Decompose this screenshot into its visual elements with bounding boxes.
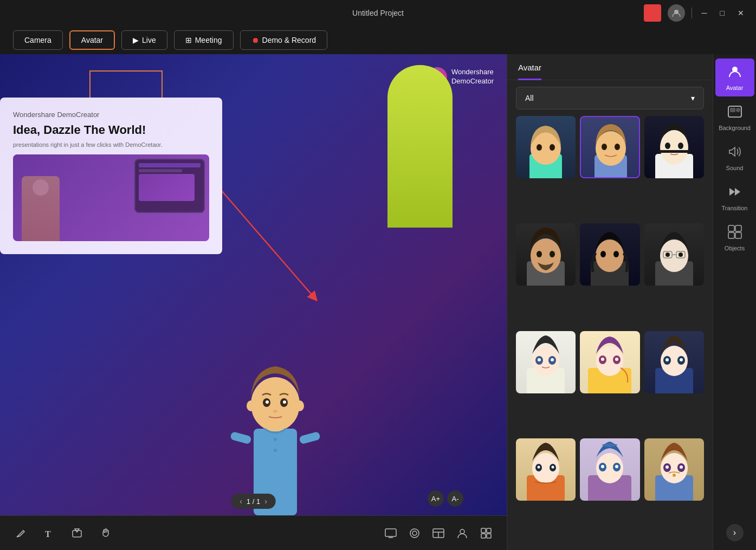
svg-point-82 bbox=[552, 465, 554, 468]
avatar-card-6[interactable] bbox=[644, 223, 704, 286]
close-button[interactable]: ✕ bbox=[734, 8, 747, 18]
avatar-card-4[interactable] bbox=[516, 223, 576, 286]
pagination: ‹ 1 / 1 › bbox=[231, 494, 276, 509]
avatar-panel-tab[interactable]: Avatar bbox=[518, 63, 541, 80]
slide-bg-gradient bbox=[13, 154, 209, 241]
wondershare-brand-text: Wondershare DemoCreator bbox=[451, 68, 494, 86]
objects-sidebar-icon bbox=[727, 224, 742, 243]
svg-rect-102 bbox=[728, 225, 734, 231]
sidebar-item-transition[interactable]: Transition bbox=[715, 179, 754, 217]
hand-tool-button[interactable] bbox=[95, 523, 115, 543]
svg-point-49 bbox=[600, 251, 606, 257]
avatar-card-12[interactable] bbox=[644, 438, 704, 501]
minimize-button[interactable]: ─ bbox=[699, 8, 710, 18]
avatar-svg bbox=[221, 320, 329, 515]
svg-point-11 bbox=[295, 400, 304, 411]
avatar-figure-4 bbox=[516, 223, 576, 286]
svg-point-95 bbox=[673, 474, 676, 477]
slide-content: Wondershare DemoCreator Idea, Dazzle The… bbox=[0, 98, 222, 254]
svg-point-41 bbox=[678, 143, 683, 149]
svg-rect-98 bbox=[730, 108, 735, 112]
avatar-card-1[interactable] bbox=[516, 116, 576, 178]
slide-title: Idea, Dazzle The World! bbox=[13, 123, 209, 137]
prev-page-button[interactable]: ‹ bbox=[240, 497, 242, 506]
layout-button[interactable] bbox=[429, 523, 448, 543]
svg-rect-103 bbox=[735, 225, 741, 231]
user-avatar[interactable] bbox=[668, 4, 685, 22]
svg-point-8 bbox=[283, 400, 286, 404]
meeting-tab[interactable]: ⊞ Meeting bbox=[174, 30, 234, 50]
svg-point-75 bbox=[665, 358, 669, 361]
font-decrease-button[interactable]: A- bbox=[447, 490, 463, 507]
canvas-preview[interactable]: Wondershare DemoCreator Idea, Dazzle The… bbox=[0, 54, 507, 515]
svg-point-25 bbox=[460, 529, 464, 534]
avatar-card-7[interactable] bbox=[516, 331, 576, 393]
avatar-card-3[interactable] bbox=[644, 116, 704, 178]
toolbar-right bbox=[381, 523, 496, 543]
svg-point-57 bbox=[679, 253, 683, 257]
svg-point-46 bbox=[550, 251, 555, 257]
avatar-figure-6 bbox=[644, 223, 704, 286]
sidebar-item-background[interactable]: Background bbox=[715, 99, 754, 137]
avatar-figure-11 bbox=[580, 438, 639, 501]
svg-point-81 bbox=[538, 465, 540, 468]
avatar-card-10[interactable] bbox=[516, 438, 576, 501]
transition-sidebar-icon bbox=[727, 184, 742, 203]
svg-point-94 bbox=[680, 465, 683, 469]
avatar-tab[interactable]: Avatar bbox=[69, 30, 115, 50]
svg-text:T: T bbox=[45, 529, 51, 539]
svg-rect-12 bbox=[230, 431, 252, 444]
svg-point-56 bbox=[665, 253, 670, 257]
svg-point-50 bbox=[613, 251, 619, 257]
font-increase-button[interactable]: A+ bbox=[428, 490, 444, 507]
svg-rect-18 bbox=[385, 529, 396, 536]
svg-point-14 bbox=[274, 438, 277, 441]
sidebar-item-avatar[interactable]: Avatar bbox=[715, 59, 754, 96]
demo-record-tab[interactable]: ⏺ Demo & Record bbox=[240, 30, 328, 50]
svg-rect-42 bbox=[658, 150, 690, 153]
avatar-filter-label: All bbox=[525, 94, 534, 102]
live-tab[interactable]: ▶ Live bbox=[121, 30, 167, 50]
main-content: Wondershare DemoCreator Idea, Dazzle The… bbox=[0, 54, 756, 550]
page-indicator: 1 / 1 bbox=[247, 497, 260, 506]
sidebar-item-objects[interactable]: Objects bbox=[715, 219, 754, 257]
avatar-filter-dropdown[interactable]: All ▾ bbox=[516, 87, 704, 109]
avatar-figure-9 bbox=[644, 331, 704, 393]
avatar-figure-8 bbox=[580, 331, 639, 393]
shape-tool-button[interactable] bbox=[67, 523, 87, 543]
font-size-controls: A+ A- bbox=[428, 490, 463, 507]
titlebar-title: Untitled Project bbox=[352, 9, 404, 17]
slide-description: presentations right in just a few clicks… bbox=[13, 141, 209, 148]
canvas-toolbar: T bbox=[0, 515, 507, 550]
svg-point-37 bbox=[615, 144, 620, 150]
next-page-button[interactable]: › bbox=[264, 497, 267, 506]
maximize-button[interactable]: □ bbox=[717, 8, 728, 18]
sidebar-more-button[interactable]: › bbox=[726, 524, 744, 541]
pen-tool-button[interactable] bbox=[11, 523, 30, 543]
record-button[interactable] bbox=[644, 4, 661, 22]
objects-sidebar-label: Objects bbox=[725, 245, 745, 251]
camera-view-button[interactable] bbox=[405, 523, 424, 543]
svg-point-68 bbox=[601, 358, 604, 361]
svg-point-32 bbox=[537, 144, 542, 151]
svg-point-52 bbox=[660, 240, 688, 272]
svg-point-48 bbox=[596, 240, 624, 272]
avatar-sidebar-label: Avatar bbox=[726, 85, 744, 91]
avatar-view-button[interactable] bbox=[453, 523, 472, 543]
avatar-card-11[interactable] bbox=[580, 438, 639, 501]
slide-screenshot bbox=[13, 154, 209, 241]
avatar-card-5[interactable] bbox=[580, 223, 639, 286]
grid-view-button[interactable] bbox=[476, 523, 496, 543]
screen-view-button[interactable] bbox=[381, 523, 400, 543]
avatar-card-2[interactable] bbox=[580, 116, 639, 178]
sidebar-item-sound[interactable]: Sound bbox=[715, 139, 754, 177]
avatar-panel-header: Avatar bbox=[507, 54, 713, 80]
avatar-card-8[interactable] bbox=[580, 331, 639, 393]
more-icon: › bbox=[733, 528, 736, 538]
svg-point-40 bbox=[665, 143, 670, 149]
right-sidebar: Avatar Background Sound bbox=[713, 54, 756, 550]
text-tool-button[interactable]: T bbox=[39, 523, 59, 543]
camera-tab[interactable]: Camera bbox=[13, 30, 63, 50]
avatar-card-9[interactable] bbox=[644, 331, 704, 393]
titlebar: Untitled Project ─ □ ✕ bbox=[0, 0, 756, 26]
